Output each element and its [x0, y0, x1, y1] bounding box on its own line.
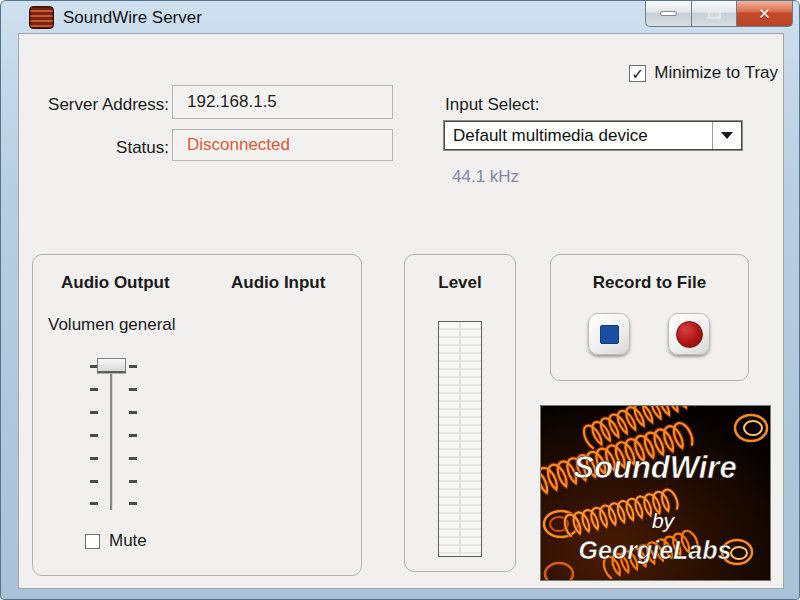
audio-output-header: Audio Output [61, 273, 170, 293]
slider-tick [129, 411, 137, 414]
audio-groupbox: Audio Output Audio Input Volumen general… [32, 254, 362, 576]
status-field: Disconnected [172, 129, 393, 161]
window-title: SoundWire Server [63, 8, 202, 28]
maximize-icon [708, 8, 721, 19]
status-value: Disconnected [187, 135, 290, 155]
sample-rate-text: 44.1 kHz [452, 167, 519, 187]
app-window: SoundWire Server ✕ Minimize to Tray Serv… [0, 0, 800, 600]
slider-tick [90, 457, 98, 460]
slider-tick [90, 480, 98, 483]
server-address-value: 192.168.1.5 [187, 92, 277, 112]
level-header: Level [405, 273, 515, 293]
audio-input-header: Audio Input [231, 273, 325, 293]
soundwire-logo: SoundWire by GeorgieLabs [540, 405, 771, 581]
slider-tick [129, 388, 137, 391]
slider-tick [129, 365, 137, 368]
status-label: Status: [29, 138, 169, 158]
slider-tick [129, 457, 137, 460]
window-controls: ✕ [645, 1, 793, 27]
input-select-dropdown[interactable]: Default multimedia device [444, 121, 742, 150]
mute-checkbox[interactable] [85, 534, 100, 549]
minimize-icon [660, 11, 677, 16]
mute-label: Mute [109, 531, 147, 551]
minimize-to-tray-option: Minimize to Tray [629, 63, 778, 83]
server-address-label: Server Address: [29, 95, 169, 115]
slider-tick [90, 502, 98, 505]
stop-icon [600, 325, 619, 344]
titlebar: SoundWire Server ✕ [1, 1, 799, 33]
input-select-value: Default multimedia device [445, 126, 712, 146]
slider-tick [129, 480, 137, 483]
record-icon [676, 321, 703, 348]
slider-tick [90, 411, 98, 414]
close-icon: ✕ [758, 5, 771, 23]
mute-option: Mute [85, 531, 147, 551]
logo-title-text: SoundWire [573, 450, 736, 485]
slider-tick [129, 434, 137, 437]
minimize-to-tray-label: Minimize to Tray [654, 63, 778, 83]
minimize-to-tray-checkbox[interactable] [629, 65, 646, 82]
level-meter [438, 321, 482, 557]
app-icon [29, 6, 54, 29]
logo-brand-text: GeorgieLabs [579, 536, 732, 564]
slider-tick [90, 388, 98, 391]
client-area: Minimize to Tray Server Address: 192.168… [18, 33, 784, 589]
record-button[interactable] [668, 313, 710, 355]
level-groupbox: Level [404, 254, 516, 572]
server-address-field[interactable]: 192.168.1.5 [172, 85, 393, 119]
slider-tick [90, 434, 98, 437]
stop-recording-button[interactable] [588, 313, 630, 355]
input-select-label: Input Select: [445, 95, 540, 115]
slider-tick [129, 502, 137, 505]
logo-by-text: by [652, 509, 676, 532]
record-groupbox: Record to File [550, 254, 749, 381]
close-button[interactable]: ✕ [736, 1, 793, 27]
volume-slider-track[interactable] [110, 363, 113, 510]
minimize-button[interactable] [645, 1, 692, 27]
dropdown-arrow-button[interactable] [712, 122, 741, 149]
record-to-file-header: Record to File [551, 273, 748, 293]
volume-label: Volumen general [48, 315, 176, 335]
chevron-down-icon [721, 132, 733, 139]
maximize-button[interactable] [692, 1, 736, 27]
volume-slider-thumb[interactable] [97, 358, 126, 373]
